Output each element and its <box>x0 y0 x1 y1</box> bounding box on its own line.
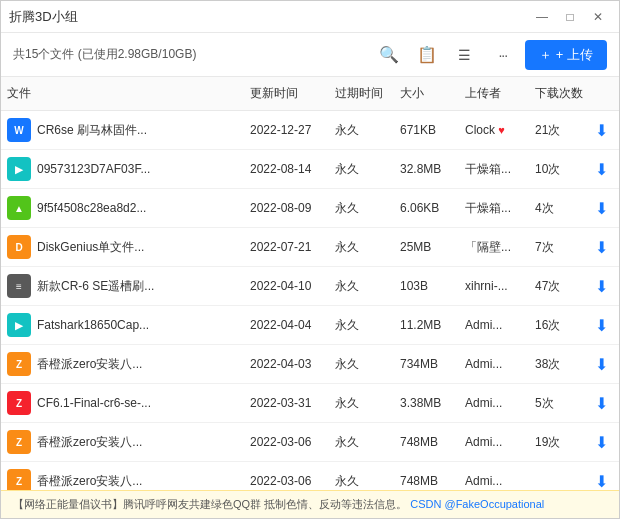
download-button[interactable]: ⬇ <box>595 433 608 452</box>
file-update-time: 2022-08-09 <box>244 189 329 228</box>
header-file: 文件 <box>1 77 244 111</box>
list-icon: ☰ <box>458 47 471 63</box>
file-update-time: 2022-04-04 <box>244 306 329 345</box>
bottom-bar-text: 【网络正能量倡议书】腾讯呼呼网友共建绿色QQ群 抵制色情、反动等违法信息。 CS… <box>13 497 607 512</box>
file-name-cell: ▶ 09573123D7AF03F... <box>1 150 244 189</box>
download-action-cell: ⬇ <box>589 423 619 462</box>
file-name-wrapper: Z 香橙派zero安装八... <box>7 352 238 376</box>
file-icon: Z <box>7 391 31 415</box>
file-uploader: Admi... <box>459 345 529 384</box>
file-name-wrapper: ▶ 09573123D7AF03F... <box>7 157 238 181</box>
file-downloads: 47次 <box>529 267 589 306</box>
file-name: Fatshark18650Cap... <box>37 318 149 332</box>
table-row[interactable]: W CR6se 刷马林固件... 2022-12-27永久671KBClock … <box>1 111 619 150</box>
table-row[interactable]: D DiskGenius单文件... 2022-07-21永久25MB「隔壁..… <box>1 228 619 267</box>
table-row[interactable]: Z 香橙派zero安装八... 2022-03-06永久748MBAdmi...… <box>1 462 619 490</box>
minimize-button[interactable]: — <box>529 7 555 27</box>
download-button[interactable]: ⬇ <box>595 277 608 296</box>
download-button[interactable]: ⬇ <box>595 316 608 335</box>
download-button[interactable]: ⬇ <box>595 199 608 218</box>
toolbar-icon-group: 🔍 📋 ☰ ··· <box>375 41 517 69</box>
file-name: CR6se 刷马林固件... <box>37 122 147 139</box>
file-icon: ▲ <box>7 196 31 220</box>
file-size: 748MB <box>394 423 459 462</box>
upload-icon: ＋ <box>539 46 552 64</box>
header-uploader: 上传者 <box>459 77 529 111</box>
file-count-info: 共15个文件 (已使用2.98GB/10GB) <box>13 46 367 63</box>
search-button[interactable]: 🔍 <box>375 41 403 69</box>
file-name: 香橙派zero安装八... <box>37 434 142 451</box>
download-action-cell: ⬇ <box>589 462 619 490</box>
upload-button[interactable]: ＋ + 上传 <box>525 40 607 70</box>
main-window: 折腾3D小组 — □ ✕ 共15个文件 (已使用2.98GB/10GB) 🔍 📋… <box>0 0 620 519</box>
bottom-highlight: CSDN @FakeOccupational <box>410 498 544 510</box>
file-update-time: 2022-08-14 <box>244 150 329 189</box>
file-uploader: xihrni-... <box>459 267 529 306</box>
table-row[interactable]: ▲ 9f5f4508c28ea8d2... 2022-08-09永久6.06KB… <box>1 189 619 228</box>
table-header-row: 文件 更新时间 过期时间 大小 上传者 下载次数 <box>1 77 619 111</box>
download-button[interactable]: ⬇ <box>595 121 608 140</box>
file-name: CF6.1-Final-cr6-se-... <box>37 396 151 410</box>
list-view-button[interactable]: ☰ <box>451 41 479 69</box>
file-uploader: 「隔壁... <box>459 228 529 267</box>
download-action-cell: ⬇ <box>589 189 619 228</box>
file-update-time: 2022-03-06 <box>244 462 329 490</box>
file-downloads: 16次 <box>529 306 589 345</box>
file-name: 9f5f4508c28ea8d2... <box>37 201 146 215</box>
bottom-bar: 【网络正能量倡议书】腾讯呼呼网友共建绿色QQ群 抵制色情、反动等违法信息。 CS… <box>1 490 619 518</box>
file-name-cell: ≡ 新款CR-6 SE遥槽刷... <box>1 267 244 306</box>
download-action-cell: ⬇ <box>589 111 619 150</box>
file-icon: Z <box>7 352 31 376</box>
file-icon: ▶ <box>7 313 31 337</box>
toolbar: 共15个文件 (已使用2.98GB/10GB) 🔍 📋 ☰ ··· ＋ + 上传 <box>1 33 619 77</box>
file-update-time: 2022-07-21 <box>244 228 329 267</box>
file-table: 文件 更新时间 过期时间 大小 上传者 下载次数 W CR6se 刷马林固件..… <box>1 77 619 490</box>
file-size: 748MB <box>394 462 459 490</box>
file-name-cell: ▶ Fatshark18650Cap... <box>1 306 244 345</box>
table-row[interactable]: ≡ 新款CR-6 SE遥槽刷... 2022-04-10永久103Bxihrni… <box>1 267 619 306</box>
file-size: 671KB <box>394 111 459 150</box>
file-table-container[interactable]: 文件 更新时间 过期时间 大小 上传者 下载次数 W CR6se 刷马林固件..… <box>1 77 619 490</box>
file-name-cell: D DiskGenius单文件... <box>1 228 244 267</box>
table-row[interactable]: ▶ 09573123D7AF03F... 2022-08-14永久32.8MB干… <box>1 150 619 189</box>
file-expire: 永久 <box>329 189 394 228</box>
download-button[interactable]: ⬇ <box>595 160 608 179</box>
file-expire: 永久 <box>329 306 394 345</box>
download-button[interactable]: ⬇ <box>595 472 608 490</box>
file-size: 25MB <box>394 228 459 267</box>
file-uploader: Admi... <box>459 306 529 345</box>
close-button[interactable]: ✕ <box>585 7 611 27</box>
download-action-cell: ⬇ <box>589 306 619 345</box>
file-update-time: 2022-03-31 <box>244 384 329 423</box>
title-bar: 折腾3D小组 — □ ✕ <box>1 1 619 33</box>
download-button[interactable]: ⬇ <box>595 238 608 257</box>
download-button[interactable]: ⬇ <box>595 394 608 413</box>
file-size: 734MB <box>394 345 459 384</box>
table-row[interactable]: Z CF6.1-Final-cr6-se-... 2022-03-31永久3.3… <box>1 384 619 423</box>
maximize-button[interactable]: □ <box>557 7 583 27</box>
more-icon: ··· <box>498 47 507 63</box>
file-name: DiskGenius单文件... <box>37 239 144 256</box>
file-uploader: Admi... <box>459 423 529 462</box>
folder-button[interactable]: 📋 <box>413 41 441 69</box>
file-downloads: 4次 <box>529 189 589 228</box>
file-update-time: 2022-04-10 <box>244 267 329 306</box>
file-expire: 永久 <box>329 423 394 462</box>
table-row[interactable]: Z 香橙派zero安装八... 2022-04-03永久734MBAdmi...… <box>1 345 619 384</box>
download-action-cell: ⬇ <box>589 384 619 423</box>
file-expire: 永久 <box>329 384 394 423</box>
file-name-cell: W CR6se 刷马林固件... <box>1 111 244 150</box>
file-expire: 永久 <box>329 150 394 189</box>
file-expire: 永久 <box>329 462 394 490</box>
file-expire: 永久 <box>329 228 394 267</box>
file-update-time: 2022-04-03 <box>244 345 329 384</box>
more-options-button[interactable]: ··· <box>489 41 517 69</box>
table-row[interactable]: Z 香橙派zero安装八... 2022-03-06永久748MBAdmi...… <box>1 423 619 462</box>
file-size: 103B <box>394 267 459 306</box>
download-button[interactable]: ⬇ <box>595 355 608 374</box>
file-name-cell: Z 香橙派zero安装八... <box>1 423 244 462</box>
table-row[interactable]: ▶ Fatshark18650Cap... 2022-04-04永久11.2MB… <box>1 306 619 345</box>
folder-icon: 📋 <box>417 45 437 64</box>
file-downloads: 38次 <box>529 345 589 384</box>
file-update-time: 2022-03-06 <box>244 423 329 462</box>
